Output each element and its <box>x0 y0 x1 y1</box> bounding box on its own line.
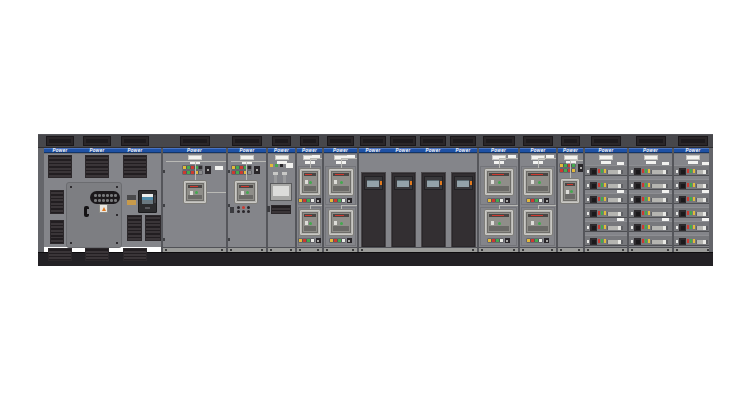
control-switch <box>347 238 352 243</box>
drawer-handle <box>652 240 663 244</box>
control-door <box>451 172 476 248</box>
breaker-status-lamp <box>309 181 312 184</box>
pilot-light <box>648 211 650 215</box>
pilot-light <box>539 239 542 242</box>
pilot-light <box>645 225 647 229</box>
pilot-light <box>330 199 333 202</box>
drawer-unit <box>674 221 712 232</box>
pilot-light <box>598 225 600 229</box>
roof-vent <box>327 136 354 146</box>
pilot-light <box>492 199 495 202</box>
circuit-breaker <box>523 209 553 236</box>
brand-logo: Power <box>556 148 586 153</box>
breaker-face <box>331 212 351 233</box>
drawer-handle <box>608 226 618 230</box>
pilot-light <box>564 169 567 172</box>
breaker-chip <box>531 180 534 184</box>
push-button <box>242 206 245 209</box>
breaker-red-mark <box>335 215 345 216</box>
pilot-light <box>248 171 251 174</box>
circuit-breaker <box>183 180 207 204</box>
pilot-light <box>693 211 695 215</box>
pilot-light <box>307 239 310 242</box>
roof-vent <box>523 136 553 146</box>
hmi-display <box>138 190 157 213</box>
viewport-dot <box>110 199 113 202</box>
section-divider <box>226 148 228 252</box>
drawer-breaker-face <box>681 184 685 188</box>
power-led <box>470 181 472 185</box>
circuit-breaker <box>523 168 553 196</box>
section-divider <box>556 148 558 252</box>
drawer-unit <box>629 207 672 218</box>
breaker-bottom-strip <box>528 186 548 191</box>
tag-label <box>702 218 709 221</box>
roof-vent <box>450 136 476 146</box>
switch-dot <box>348 200 350 202</box>
pilot-light <box>500 239 503 242</box>
bus-line <box>195 161 196 180</box>
drawer-tag <box>587 212 589 215</box>
pilot-light <box>690 183 692 187</box>
pilot-light <box>690 225 692 229</box>
hinge-dot <box>163 204 165 207</box>
handle-cap <box>663 198 666 202</box>
vent-louver <box>123 248 147 261</box>
door-screw <box>70 186 72 188</box>
display-screen <box>427 180 439 187</box>
kick-screw <box>270 249 272 251</box>
bus-line <box>538 158 539 168</box>
bus-line <box>231 161 267 162</box>
hinge-dot <box>228 204 230 207</box>
door-screw <box>116 186 118 188</box>
roof-vent <box>390 136 416 146</box>
drawer-unit <box>629 179 672 190</box>
drawer-unit <box>629 165 672 176</box>
drawer-unit <box>674 165 712 176</box>
handle-cap <box>618 212 621 216</box>
breaker-bottom-strip <box>188 195 202 199</box>
brand-logo: Power <box>295 148 325 153</box>
roof-vent-grille <box>363 139 383 143</box>
drawer-handle <box>652 226 663 230</box>
drawer-breaker-face <box>681 198 685 202</box>
pilot-light <box>240 171 243 174</box>
handle-cap <box>618 240 621 244</box>
pilot-light <box>601 197 603 201</box>
control-door <box>361 172 386 248</box>
pilot-light <box>648 225 650 229</box>
kick-screw <box>317 249 319 251</box>
drawer-tag <box>676 212 678 215</box>
pilot-light <box>334 239 337 242</box>
kick-screw <box>522 249 524 251</box>
roof-vent <box>483 136 515 146</box>
switchgear-lineup: PowerPowerPowerPowerPowerPowerPowerPower… <box>38 134 713 266</box>
control-switch <box>254 166 260 174</box>
tag-label <box>617 190 624 193</box>
roof-vent <box>121 136 149 146</box>
drawer-breaker-face <box>592 226 596 230</box>
pilot-light <box>496 199 499 202</box>
handle-cap <box>618 198 621 202</box>
door-screw <box>116 242 118 244</box>
bus-line <box>166 161 227 162</box>
drawer-breaker-face <box>636 170 640 174</box>
pilot-light <box>598 183 600 187</box>
switch-dot <box>317 200 319 202</box>
pilot-light <box>299 239 302 242</box>
tag-label <box>702 190 709 193</box>
control-switch <box>316 198 321 203</box>
amber-insert <box>127 200 136 205</box>
kick-screw <box>587 249 589 251</box>
warning-triangle-icon <box>102 207 106 211</box>
vent-louver <box>50 190 64 214</box>
drawer-tag <box>631 226 633 229</box>
pilot-light <box>527 199 530 202</box>
pilot-light <box>330 239 333 242</box>
tag-label <box>702 162 709 165</box>
section-divider <box>518 148 520 252</box>
vent-louver <box>50 220 64 244</box>
bus-line <box>570 160 571 178</box>
pilot-light <box>642 239 644 243</box>
drawer-breaker-face <box>681 240 685 244</box>
